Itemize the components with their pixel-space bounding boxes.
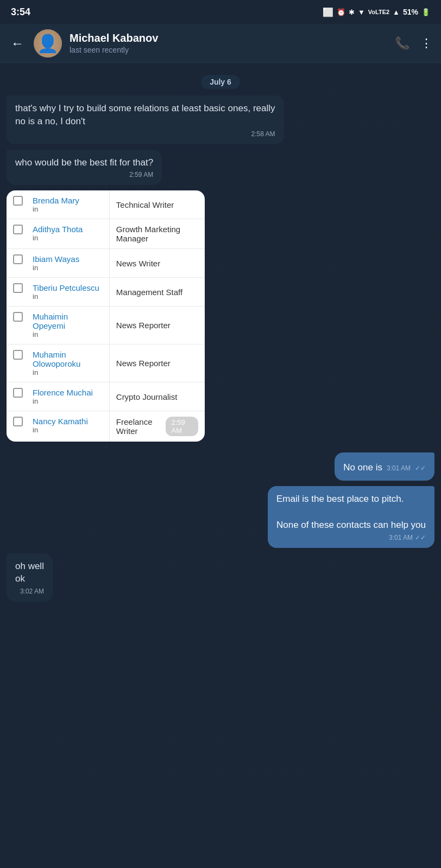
- back-button[interactable]: ←: [9, 34, 26, 53]
- list-item: Ibiam WayasinNews Writer: [7, 249, 205, 278]
- bubble-footer: 2:59 AM: [15, 171, 153, 178]
- avatar: [34, 29, 62, 58]
- contact-sub: in: [33, 264, 79, 272]
- message-time: 3:02 AM: [20, 588, 44, 595]
- checkbox[interactable]: [13, 225, 23, 234]
- contact-sub: in: [33, 234, 83, 242]
- list-item: Nancy KamathiinFreelance Writer 2:59 AM: [7, 411, 205, 442]
- message-row: who would be the best fit for that? 2:59…: [7, 150, 434, 186]
- message-row: oh wellok 3:02 AM: [7, 553, 434, 602]
- contact-role: News Writer: [110, 249, 205, 277]
- checkbox[interactable]: [13, 196, 23, 206]
- message-time-badge: 2:59 AM: [166, 417, 198, 436]
- contact-name: Brenda Mary: [33, 196, 79, 205]
- checkbox[interactable]: [13, 350, 23, 360]
- contact-name: Michael Kabanov: [70, 32, 387, 44]
- date-separator: July 6: [7, 75, 434, 89]
- list-item: Tiberiu PetculescuinManagement Staff: [7, 278, 205, 307]
- list-item: Florence MuchaiinCrypto Journalist: [7, 382, 205, 411]
- status-time: 3:54: [11, 7, 30, 18]
- contact-sub: in: [33, 397, 93, 405]
- message-row: that's why I try to build some relations…: [7, 95, 434, 144]
- checkbox[interactable]: [13, 417, 23, 426]
- status-bar: 3:54 ⬜ ⏰ ✱ ▼ VoLTE2 ▲ 51% 🔋: [0, 0, 441, 24]
- contact-sub: in: [33, 426, 88, 434]
- contact-role: Technical Writer: [110, 190, 205, 219]
- bubble-footer: 3:01 AM ✓✓: [276, 534, 426, 541]
- bubble-incoming-3: oh wellok 3:02 AM: [7, 553, 53, 602]
- message-time: 2:59 AM: [129, 171, 153, 178]
- check-marks-icon: ✓✓: [415, 534, 426, 541]
- contact-name: Muhamin Olowoporoku: [33, 350, 103, 368]
- message-row: Email is the best place to pitch.None of…: [7, 486, 434, 547]
- checkbox[interactable]: [13, 388, 23, 398]
- contact-sub: in: [33, 368, 103, 376]
- checkbox[interactable]: [13, 283, 23, 293]
- battery-icon: 🔋: [421, 8, 430, 16]
- date-label: July 6: [201, 75, 240, 89]
- header-actions: 📞 ⋮: [395, 36, 432, 50]
- contact-name: Ibiam Wayas: [33, 254, 79, 264]
- chat-area: July 6 that's why I try to build some re…: [0, 63, 441, 612]
- call-button[interactable]: 📞: [395, 36, 410, 50]
- checkbox[interactable]: [13, 312, 23, 322]
- bubble-text: that's why I try to build some relations…: [15, 102, 275, 128]
- bubble-footer: 2:58 AM: [15, 130, 275, 138]
- contact-name: Adithya Thota: [33, 225, 83, 234]
- bubble-text: who would be the best fit for that?: [15, 156, 153, 169]
- battery-saver-icon: ⬜: [323, 7, 333, 17]
- bluetooth-icon: ✱: [349, 8, 355, 16]
- check-marks-icon: ✓✓: [415, 464, 426, 472]
- contact-sub: in: [33, 292, 99, 301]
- more-options-button[interactable]: ⋮: [420, 36, 432, 50]
- contact-name: Muhaimin Opeyemi: [33, 312, 103, 330]
- contact-sub: in: [33, 330, 103, 339]
- bubble-text: Email is the best place to pitch.None of…: [276, 493, 426, 531]
- list-item: Brenda MaryinTechnical Writer: [7, 190, 205, 219]
- avatar-image: [34, 29, 62, 58]
- list-item: Muhamin OlowoporokuinNews Reporter: [7, 344, 205, 382]
- message-row-card: Brenda MaryinTechnical WriterAdithya Tho…: [7, 190, 434, 447]
- bubble-footer: No one is 3:01 AM ✓✓: [343, 461, 426, 474]
- contact-role: Management Staff: [110, 278, 205, 306]
- message-time: 2:58 AM: [251, 130, 275, 138]
- signal-lte-icon: VoLTE2: [368, 9, 389, 15]
- bubble-outgoing-1: No one is 3:01 AM ✓✓: [335, 452, 434, 481]
- contact-name: Tiberiu Petculescu: [33, 283, 99, 292]
- chat-header: ← Michael Kabanov last seen recently 📞 ⋮: [0, 24, 441, 63]
- message-time: 3:01 AM: [387, 464, 411, 472]
- bubble-incoming-2: who would be the best fit for that? 2:59…: [7, 150, 162, 186]
- wifi-icon: ▼: [358, 8, 365, 16]
- contact-status: last seen recently: [70, 46, 387, 54]
- bubble-text: oh wellok: [15, 560, 44, 586]
- contact-role: Crypto Journalist: [110, 382, 205, 411]
- contact-name: Nancy Kamathi: [33, 417, 88, 426]
- bubble-incoming-1: that's why I try to build some relations…: [7, 95, 284, 144]
- message-row: No one is 3:01 AM ✓✓: [7, 452, 434, 481]
- bubble-footer: 3:02 AM: [15, 588, 44, 595]
- bubble-outgoing-2: Email is the best place to pitch.None of…: [268, 486, 434, 547]
- status-icons: ⬜ ⏰ ✱ ▼ VoLTE2 ▲ 51% 🔋: [323, 7, 430, 17]
- contact-card-bubble: Brenda MaryinTechnical WriterAdithya Tho…: [7, 190, 205, 442]
- bubble-text: No one is: [343, 461, 382, 474]
- battery-percent: 51%: [403, 8, 418, 16]
- alarm-icon: ⏰: [337, 8, 345, 16]
- contact-name: Florence Muchai: [33, 388, 93, 397]
- contact-sub: in: [33, 205, 79, 213]
- contact-role: News Reporter: [110, 307, 205, 344]
- list-item: Muhaimin OpeyemiinNews Reporter: [7, 307, 205, 344]
- checkbox[interactable]: [13, 254, 23, 264]
- message-time: 3:01 AM: [389, 534, 413, 541]
- contact-role: Freelance Writer 2:59 AM: [110, 411, 205, 442]
- contact-role: Growth Marketing Manager: [110, 219, 205, 248]
- header-info: Michael Kabanov last seen recently: [70, 32, 387, 54]
- signal-bars-icon: ▲: [393, 8, 400, 16]
- contact-role: News Reporter: [110, 344, 205, 382]
- list-item: Adithya ThotainGrowth Marketing Manager: [7, 219, 205, 249]
